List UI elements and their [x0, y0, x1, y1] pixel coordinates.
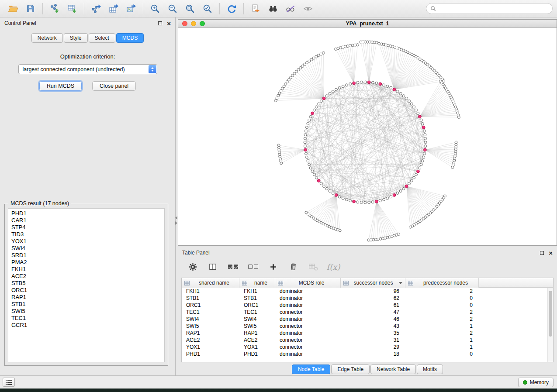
- panel-splitter-handle[interactable]: [175, 212, 178, 229]
- mcds-result-item[interactable]: FKH1: [8, 266, 164, 273]
- export-table-button[interactable]: [105, 2, 122, 16]
- run-mcds-button[interactable]: Run MCDS: [39, 81, 82, 91]
- network-canvas[interactable]: [178, 28, 557, 245]
- table-tab-node-table[interactable]: Node Table: [292, 364, 331, 374]
- table-row[interactable]: SWI4SWI4dominator462: [182, 316, 553, 323]
- zoom-in-button[interactable]: [146, 2, 164, 16]
- column-header-predecessor-nodes[interactable]: predecessor nodes: [405, 278, 479, 288]
- table-scrollbar[interactable]: [547, 288, 553, 362]
- table-cell: 46: [341, 316, 405, 322]
- search-binoculars-button[interactable]: [264, 2, 282, 16]
- window-maximize-icon[interactable]: [200, 21, 205, 26]
- fx-icon: f(x): [327, 262, 340, 272]
- table-body: FKH1FKH1dominator962STB1STB1dominator620…: [182, 288, 553, 358]
- delete-column-button[interactable]: [287, 260, 299, 273]
- show-eye-button[interactable]: [299, 2, 317, 16]
- add-column-button[interactable]: [267, 260, 279, 273]
- mcds-result-list[interactable]: PHD1CAR1STP4TID3YOX1SWI4SRD1PMA2FKH1ACE2…: [8, 208, 165, 362]
- table-cell: 96: [341, 288, 405, 294]
- mcds-result-item[interactable]: STP4: [8, 224, 164, 231]
- table-cell: dominator: [275, 316, 341, 322]
- memory-button[interactable]: Memory: [518, 378, 554, 387]
- close-panel-icon[interactable]: ×: [167, 20, 171, 27]
- table-settings-button[interactable]: [187, 260, 199, 273]
- mcds-result-item[interactable]: TID3: [8, 231, 164, 238]
- float-panel-icon[interactable]: [158, 21, 162, 25]
- mcds-result-item[interactable]: TEC1: [8, 315, 164, 322]
- close-table-panel-icon[interactable]: ×: [549, 250, 553, 256]
- close-panel-button[interactable]: Close panel: [92, 81, 136, 91]
- mcds-result-item[interactable]: SRD1: [8, 252, 164, 259]
- column-header-successor-nodes[interactable]: successor nodes: [341, 278, 405, 288]
- network-search-field[interactable]: [426, 3, 553, 14]
- tab-network[interactable]: Network: [31, 33, 63, 43]
- zoom-out-button[interactable]: [164, 2, 181, 16]
- column-header-name[interactable]: name: [239, 278, 275, 288]
- select-all-columns-button[interactable]: [227, 260, 239, 273]
- table-row[interactable]: YOX1YOX1connector291: [182, 344, 553, 351]
- criterion-value: largest connected component (undirected): [23, 66, 125, 72]
- mcds-result-item[interactable]: YOX1: [8, 238, 164, 245]
- mcds-result-item[interactable]: PHD1: [8, 210, 164, 217]
- table-cell: 47: [341, 309, 405, 315]
- share-document-button[interactable]: [247, 2, 264, 16]
- criterion-dropdown[interactable]: largest connected component (undirected): [18, 64, 157, 74]
- import-network-button[interactable]: [46, 2, 63, 16]
- control-panel-title: Control Panel: [4, 20, 36, 26]
- table-row[interactable]: ACE2ACE2connector311: [182, 337, 553, 344]
- unchecked-box-icon: [248, 265, 253, 269]
- table-row[interactable]: STB1STB1dominator620: [182, 295, 553, 302]
- window-minimize-icon[interactable]: [191, 21, 196, 26]
- scrollbar-thumb[interactable]: [549, 291, 552, 337]
- table-row[interactable]: PHD1PHD1dominator180: [182, 351, 553, 358]
- import-table-button[interactable]: [63, 2, 81, 16]
- mcds-result-item[interactable]: GCR1: [8, 322, 164, 329]
- optimization-criterion-label: Optimization criterion:: [0, 53, 175, 60]
- mcds-result-item[interactable]: STB1: [8, 301, 164, 308]
- save-session-button[interactable]: [22, 2, 39, 16]
- mcds-result-item[interactable]: STB5: [8, 280, 164, 287]
- deselect-all-columns-button[interactable]: [247, 260, 259, 273]
- list-icon: [5, 379, 12, 385]
- tab-mcds[interactable]: MCDS: [116, 33, 144, 43]
- table-row[interactable]: RAP1RAP1dominator352: [182, 330, 553, 337]
- tab-select[interactable]: Select: [89, 33, 115, 43]
- mcds-result-item[interactable]: PMA2: [8, 259, 164, 266]
- network-window-titlebar[interactable]: YPA_prune.txt_1: [178, 20, 557, 28]
- window-close-icon[interactable]: [182, 21, 187, 26]
- table-row[interactable]: SWI5SWI5connector431: [182, 323, 553, 330]
- table-tab-edge-table[interactable]: Edge Table: [331, 364, 370, 374]
- zoom-fit-button[interactable]: [181, 2, 199, 16]
- mcds-result-item[interactable]: CAR1: [8, 217, 164, 224]
- table-cell: 2: [405, 330, 479, 336]
- mcds-result-item[interactable]: RAP1: [8, 294, 164, 301]
- mcds-result-item[interactable]: ACE2: [8, 273, 164, 280]
- table-cell: dominator: [275, 288, 341, 294]
- table-row[interactable]: FKH1FKH1dominator962: [182, 288, 553, 295]
- table-cell: 62: [341, 295, 405, 301]
- gear-icon: [188, 262, 197, 272]
- hide-glasses-button[interactable]: [282, 2, 299, 16]
- show-columns-button[interactable]: [207, 260, 219, 273]
- export-network-button[interactable]: [87, 2, 105, 16]
- table-tab-motifs[interactable]: Motifs: [417, 364, 443, 374]
- panel-list-button[interactable]: [3, 378, 15, 387]
- column-header-MCDS-role[interactable]: MCDS role: [275, 278, 341, 288]
- tab-style[interactable]: Style: [64, 33, 88, 43]
- open-file-button[interactable]: [4, 2, 22, 16]
- table-row[interactable]: ORC1ORC1dominator610: [182, 302, 553, 309]
- table-cell: 35: [341, 330, 405, 336]
- table-row[interactable]: TEC1TEC1connector472: [182, 309, 553, 316]
- search-input[interactable]: [439, 6, 548, 12]
- table-cell: TEC1: [239, 309, 275, 315]
- zoom-fit-icon: [185, 3, 195, 14]
- zoom-selected-button[interactable]: [199, 2, 216, 16]
- float-table-panel-icon[interactable]: [540, 251, 544, 255]
- mcds-result-item[interactable]: SWI4: [8, 245, 164, 252]
- mcds-result-item[interactable]: ORC1: [8, 287, 164, 294]
- mcds-result-item[interactable]: SWI5: [8, 308, 164, 315]
- export-image-button[interactable]: [122, 2, 140, 16]
- refresh-button[interactable]: [223, 2, 240, 16]
- column-header-shared-name[interactable]: shared name: [182, 278, 239, 288]
- table-tab-network-table[interactable]: Network Table: [370, 364, 416, 374]
